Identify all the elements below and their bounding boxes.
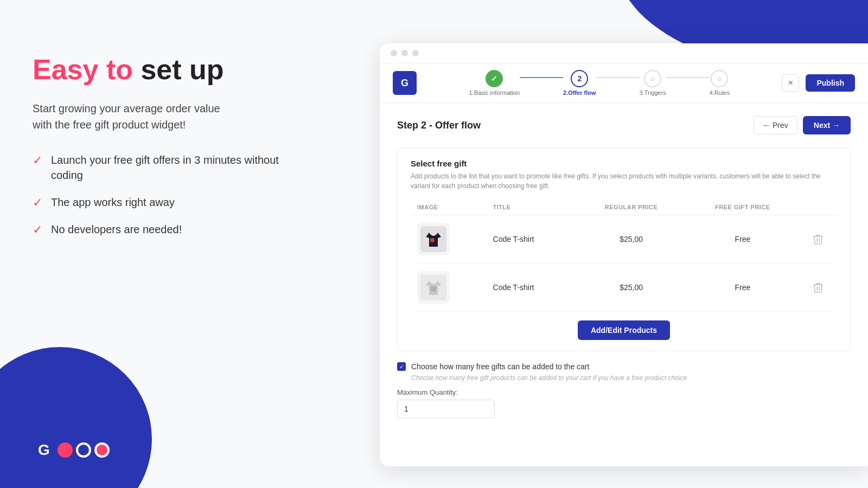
col-header-image: IMAGE <box>411 200 487 215</box>
checkbox-label: Choose how many free gifts can be added … <box>411 362 589 371</box>
product-name-1: Code T-shirt <box>487 215 577 264</box>
step-header: Step 2 - Offer flow ← Prev Next → <box>397 116 851 134</box>
app-logo: G <box>393 71 417 95</box>
max-quantity-input[interactable] <box>397 400 495 418</box>
subtitle-text: Start growing your average order valuewi… <box>33 100 304 133</box>
delete-button-1[interactable] <box>806 234 831 245</box>
left-panel: Easy to set up Start growing your averag… <box>33 54 304 237</box>
window-dot-3 <box>412 50 419 56</box>
logo-area: G <box>16 428 126 472</box>
logo-inner: G <box>16 428 126 472</box>
tshirt-icon-dark <box>420 226 446 252</box>
product-free-2: Free <box>686 264 800 312</box>
check-icon-2: ✓ <box>33 196 42 210</box>
col-header-free: FREE GIFT PRICE <box>686 200 800 215</box>
step-circle-2: 2 <box>571 70 588 87</box>
headline-easy: Easy <box>33 54 106 85</box>
product-name-2: Code T-shirt <box>487 264 577 312</box>
step-4: ○ 4.Rules <box>710 70 730 96</box>
app-header: G ✓ 1.Basic information 2 2.Offer flow ○… <box>380 63 868 103</box>
feature-list: ✓ Launch your free gift offers in 3 minu… <box>33 152 304 237</box>
prev-button[interactable]: ← Prev <box>754 116 797 134</box>
step-title: Step 2 - Offer flow <box>397 120 481 131</box>
svg-rect-5 <box>431 286 436 292</box>
step-3: ○ 3.Triggers <box>640 70 666 96</box>
header-actions: × Publish <box>782 74 855 92</box>
logo-dot-white <box>76 442 91 458</box>
product-row-2: Code T-shirt $25,00 Free <box>411 264 837 312</box>
product-table: IMAGE TITLE REGULAR PRICE FREE GIFT PRIC… <box>411 200 837 312</box>
feature-text-2: The app works right away <box>51 195 175 210</box>
product-price-2: $25,00 <box>577 264 686 312</box>
logo-g-letter: G <box>33 439 55 461</box>
step-2: 2 2.Offer flow <box>563 70 596 96</box>
section-title: Select free gift <box>411 159 837 168</box>
tshirt-icon-light <box>420 274 446 300</box>
product-img-2 <box>417 271 450 304</box>
feature-item-1: ✓ Launch your free gift offers in 3 minu… <box>33 152 304 183</box>
feature-text-3: No developers are needed! <box>51 222 182 237</box>
add-edit-products-button[interactable]: Add/Edit Products <box>578 320 670 340</box>
step-circle-1: ✓ <box>486 70 503 87</box>
logo-dot-pink <box>94 442 110 458</box>
col-header-title: TITLE <box>487 200 577 215</box>
next-button[interactable]: Next → <box>803 116 851 134</box>
checkbox-hint: Choose how many free gift products can b… <box>411 374 851 382</box>
product-price-1: $25,00 <box>577 215 686 264</box>
step-label-3: 3.Triggers <box>640 89 666 96</box>
check-icon-1: ✓ <box>33 153 42 168</box>
close-button[interactable]: × <box>782 74 799 92</box>
svg-point-1 <box>430 238 435 242</box>
logo-dot-red <box>58 442 73 458</box>
window-chrome <box>380 43 868 63</box>
app-content: Step 2 - Offer flow ← Prev Next → Select… <box>380 103 868 461</box>
select-free-gift-section: Select free gift Add products to the lis… <box>397 147 851 351</box>
headline-setup: set up <box>141 54 224 85</box>
step-connector-1 <box>520 77 563 78</box>
feature-text-1: Launch your free gift offers in 3 minute… <box>51 152 304 183</box>
product-row-1: Code T-shirt $25,00 Free <box>411 215 837 264</box>
app-panel: G ✓ 1.Basic information 2 2.Offer flow ○… <box>380 43 868 466</box>
checkbox-section: ✓ Choose how many free gifts can be adde… <box>397 362 851 418</box>
nav-buttons: ← Prev Next → <box>754 116 851 134</box>
step-label-2: 2.Offer flow <box>563 89 596 96</box>
publish-button[interactable]: Publish <box>806 74 855 92</box>
check-icon-3: ✓ <box>33 223 42 237</box>
headline-to: to <box>106 54 141 85</box>
step-circle-4: ○ <box>711 70 728 87</box>
step-connector-2 <box>596 77 640 78</box>
window-dot-2 <box>401 50 408 56</box>
section-desc: Add products to the list that you want t… <box>411 171 837 191</box>
logo-dots <box>58 442 110 458</box>
feature-item-2: ✓ The app works right away <box>33 195 304 210</box>
step-progress: ✓ 1.Basic information 2 2.Offer flow ○ 3… <box>427 70 771 96</box>
col-header-price: REGULAR PRICE <box>577 200 686 215</box>
checkbox-row: ✓ Choose how many free gifts can be adde… <box>397 362 851 371</box>
product-free-1: Free <box>686 215 800 264</box>
step-1: ✓ 1.Basic information <box>469 70 520 96</box>
step-connector-3 <box>666 77 710 78</box>
max-qty-checkbox[interactable]: ✓ <box>397 362 406 371</box>
product-img-1 <box>417 223 450 255</box>
feature-item-3: ✓ No developers are needed! <box>33 222 304 237</box>
step-label-1: 1.Basic information <box>469 89 520 96</box>
window-dot-1 <box>391 50 397 56</box>
step-label-4: 4.Rules <box>710 89 730 96</box>
main-headline: Easy to set up <box>33 54 304 85</box>
qty-label: Maximum Quantity: <box>397 388 851 396</box>
delete-button-2[interactable] <box>806 282 831 293</box>
step-circle-3: ○ <box>644 70 661 87</box>
